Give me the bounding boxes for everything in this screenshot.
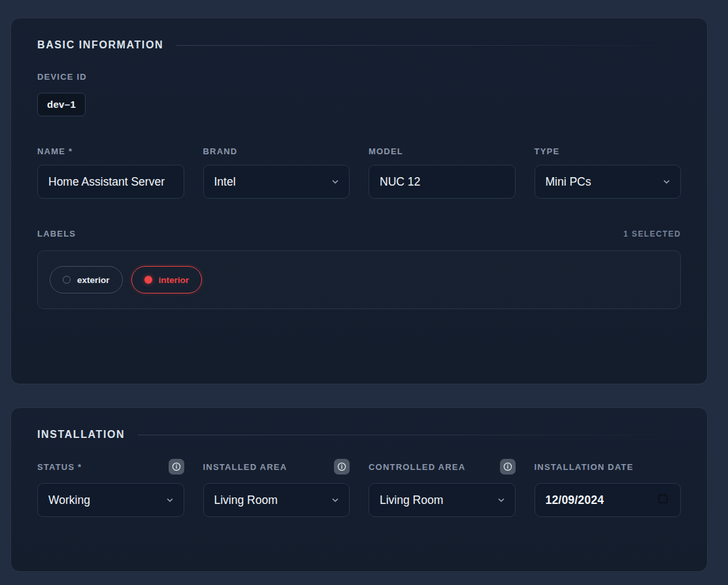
labels-header-row: LABELS 1 SELECTED xyxy=(37,229,681,239)
installed-area-label: INSTALLED AREA xyxy=(203,462,288,472)
info-icon[interactable] xyxy=(500,459,516,475)
installed-area-select[interactable]: Living Room xyxy=(203,483,350,517)
installation-date-field-group: INSTALLATION DATE 12/09/2024 xyxy=(535,459,682,517)
controlled-area-field-group: CONTROLLED AREA Living Room xyxy=(369,459,516,517)
device-id-badge: dev–1 xyxy=(37,93,86,116)
basic-information-header: BASIC INFORMATION xyxy=(37,39,681,51)
label-chip-text: interior xyxy=(159,275,190,285)
status-field-group: STATUS * Working xyxy=(37,459,184,517)
chevron-down-icon xyxy=(166,496,174,504)
controlled-area-label: CONTROLLED AREA xyxy=(369,462,465,472)
info-icon[interactable] xyxy=(334,459,350,475)
calendar-icon[interactable] xyxy=(657,493,669,507)
installation-date-input[interactable]: 12/09/2024 xyxy=(535,483,682,517)
basic-fields-row: NAME * BRAND Intel MODEL TYPE Mini PCs xyxy=(37,146,681,199)
status-label-row: STATUS * xyxy=(37,459,184,475)
chevron-down-icon xyxy=(331,496,339,504)
basic-information-card: BASIC INFORMATION DEVICE ID dev–1 NAME *… xyxy=(10,18,708,384)
type-label: TYPE xyxy=(535,146,682,156)
controlled-area-select[interactable]: Living Room xyxy=(369,483,516,517)
type-field-group: TYPE Mini PCs xyxy=(535,146,682,199)
brand-field-group: BRAND Intel xyxy=(203,146,350,199)
installation-date-label-row: INSTALLATION DATE xyxy=(535,459,682,475)
brand-select-value: Intel xyxy=(214,175,236,189)
installation-date-value: 12/09/2024 xyxy=(546,493,604,507)
status-label: STATUS * xyxy=(37,462,82,472)
model-input[interactable] xyxy=(369,165,516,199)
section-divider xyxy=(176,45,680,46)
name-label: NAME * xyxy=(37,146,184,156)
installation-header: INSTALLATION xyxy=(37,429,681,441)
status-select-value: Working xyxy=(48,493,90,507)
brand-select[interactable]: Intel xyxy=(203,165,350,199)
labels-label: LABELS xyxy=(37,229,76,239)
radio-circle-icon xyxy=(63,276,71,284)
installed-area-field-group: INSTALLED AREA Living Room xyxy=(203,459,350,517)
label-chip-interior[interactable]: interior xyxy=(131,266,203,293)
label-chip-text: exterior xyxy=(77,275,110,285)
chevron-down-icon xyxy=(497,496,505,504)
brand-label: BRAND xyxy=(203,146,350,156)
section-title-installation: INSTALLATION xyxy=(37,429,125,441)
type-select-value: Mini PCs xyxy=(546,175,591,189)
labels-selected-count: 1 SELECTED xyxy=(623,229,681,239)
controlled-area-select-value: Living Room xyxy=(380,493,443,507)
installation-fields-row: STATUS * Working INSTALLED AREA Livi xyxy=(37,459,681,517)
installed-area-label-row: INSTALLED AREA xyxy=(203,459,350,475)
controlled-area-label-row: CONTROLLED AREA xyxy=(369,459,516,475)
status-select[interactable]: Working xyxy=(37,483,184,517)
type-select[interactable]: Mini PCs xyxy=(535,165,682,199)
chevron-down-icon xyxy=(331,178,339,186)
info-icon[interactable] xyxy=(169,459,184,475)
installation-date-label: INSTALLATION DATE xyxy=(535,462,634,472)
radio-dot-icon xyxy=(144,276,152,284)
installation-card: INSTALLATION STATUS * Working INSTALLED … xyxy=(10,407,708,572)
labels-container: exterior interior xyxy=(37,250,681,309)
installed-area-select-value: Living Room xyxy=(214,493,278,507)
model-field-group: MODEL xyxy=(369,146,516,199)
name-input[interactable] xyxy=(37,165,184,199)
chevron-down-icon xyxy=(663,178,670,186)
model-label: MODEL xyxy=(369,146,516,156)
label-chip-exterior[interactable]: exterior xyxy=(50,266,123,293)
section-divider xyxy=(138,435,680,435)
name-field-group: NAME * xyxy=(37,146,184,199)
device-id-label: DEVICE ID xyxy=(37,72,681,82)
section-title-basic-information: BASIC INFORMATION xyxy=(37,39,163,51)
